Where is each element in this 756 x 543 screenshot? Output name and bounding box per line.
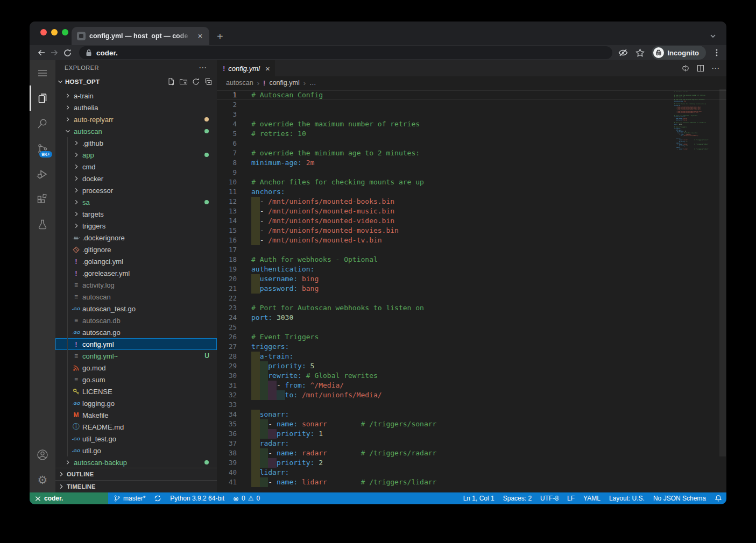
tree-file-go-sum[interactable]: ≡go.sum — [55, 374, 217, 385]
sync-button[interactable] — [150, 492, 166, 504]
minimize-window-button[interactable] — [51, 29, 58, 35]
new-tab-button[interactable]: + — [217, 31, 223, 42]
activity-item-source-control[interactable]: 9K+ — [30, 136, 55, 161]
tree-file--golangci-yml[interactable]: !.golangci.yml — [55, 255, 217, 267]
tree-item-label: config.yml — [82, 340, 114, 348]
tree-file-license[interactable]: LICENSE — [55, 385, 217, 397]
tree-folder-targets[interactable]: targets — [55, 208, 217, 220]
keyboard-layout[interactable]: Layout: U.S. — [605, 492, 649, 504]
remote-indicator[interactable]: coder. — [30, 492, 108, 504]
tree-file-autoscan-go[interactable]: -GOautoscan.go — [55, 326, 217, 338]
activity-item-settings[interactable]: ⚙ — [30, 467, 55, 492]
refresh-icon[interactable] — [192, 77, 200, 86]
scrollbar-slider[interactable] — [719, 89, 726, 456]
tree-folder-processor[interactable]: processor — [55, 184, 217, 196]
tree-file-util-go[interactable]: -GOutil.go — [55, 445, 217, 456]
open-changes-icon[interactable] — [681, 64, 690, 73]
more-actions-icon[interactable]: ⋯ — [711, 63, 720, 73]
tree-file-readme-md[interactable]: ⓘREADME.md — [55, 421, 217, 433]
activity-item-run-debug[interactable] — [30, 161, 55, 187]
tree-file-autoscan-test-go[interactable]: -GOautoscan_test.go — [55, 303, 217, 315]
tree-folder-a-train[interactable]: a-train — [55, 90, 217, 102]
activity-item-explorer[interactable] — [30, 85, 55, 111]
activity-item-extensions[interactable] — [30, 187, 55, 212]
tree-folder-docker[interactable]: docker — [55, 173, 217, 184]
tree-file-autoscan[interactable]: ≡autoscan — [55, 291, 217, 303]
tree-file-logging-go[interactable]: -GOlogging.go — [55, 397, 217, 409]
tree-file-makefile[interactable]: MMakefile — [55, 409, 217, 421]
tree-file-util-test-go[interactable]: -GOutil_test.go — [55, 433, 217, 445]
password-eye-off-icon[interactable] — [618, 47, 628, 58]
tree-folder-autoscan-backup[interactable]: autoscan-backup — [55, 456, 217, 468]
editor-scrollbar[interactable] — [719, 89, 726, 492]
bookmark-star-icon[interactable] — [635, 48, 645, 58]
activity-item-testing[interactable] — [30, 212, 55, 237]
timeline-section[interactable]: TIMELINE — [55, 480, 217, 492]
code-line-39: 39priority: 2 — [217, 458, 726, 468]
tree-folder-triggers[interactable]: triggers — [55, 220, 217, 232]
collapse-all-icon[interactable] — [204, 77, 213, 86]
timeline-label: TIMELINE — [67, 483, 96, 490]
close-tab-icon[interactable]: × — [195, 31, 205, 41]
forward-button[interactable] — [48, 46, 61, 59]
code-editor[interactable]: 1# Autoscan Config234# override the maxi… — [217, 89, 726, 492]
tree-folder-auto-replyarr[interactable]: auto-replyarr — [55, 113, 217, 125]
address-bar[interactable]: coder. — [79, 46, 612, 59]
browser-menu-icon[interactable] — [712, 48, 721, 57]
close-window-button[interactable] — [40, 29, 47, 35]
tree-folder-sa[interactable]: sa — [55, 196, 217, 208]
eol-sequence[interactable]: LF — [563, 492, 579, 504]
incognito-badge[interactable]: Incognito — [652, 46, 706, 60]
outline-section[interactable]: OUTLINE — [55, 468, 217, 480]
code-line-34: 34sonarr: — [217, 410, 726, 419]
line-number: 40 — [217, 468, 237, 477]
tab-list-caret-icon[interactable] — [709, 32, 717, 40]
problems-status[interactable]: ⊗ 0 ⚠ 0 — [229, 492, 264, 504]
tree-folder-autoscan[interactable]: autoscan — [55, 125, 217, 137]
workspace-root-row[interactable]: HOST_OPT — [55, 75, 217, 88]
indent-highlight — [260, 477, 269, 487]
new-file-icon[interactable] — [167, 77, 175, 86]
reload-button[interactable] — [61, 46, 74, 59]
browser-tab[interactable]: config.yml — host_opt — code × — [72, 27, 209, 45]
activity-item-account[interactable] — [30, 442, 55, 467]
line-number: 4 — [217, 119, 237, 129]
activity-item-menu[interactable] — [30, 60, 55, 85]
tree-file-autoscan-db[interactable]: ≡autoscan.db — [55, 315, 217, 326]
indentation[interactable]: Spaces: 2 — [499, 492, 536, 504]
json-schema[interactable]: No JSON Schema — [649, 492, 710, 504]
tree-item-label: processor — [82, 187, 113, 195]
activity-item-search[interactable] — [30, 111, 55, 136]
python-version-status[interactable]: Python 3.9.2 64-bit — [166, 492, 229, 504]
tree-file-config-yml[interactable]: !config.yml — [55, 338, 217, 350]
editor-tab-config-yml[interactable]: ! config.yml × — [217, 60, 275, 76]
encoding[interactable]: UTF-8 — [536, 492, 563, 504]
tree-folder-cmd[interactable]: cmd — [55, 161, 217, 173]
gear-icon: ⚙ — [38, 474, 48, 485]
tree-folder--github[interactable]: .github — [55, 137, 217, 149]
tree-file-config-yml-[interactable]: ≡config.yml~U — [55, 350, 217, 362]
language-mode[interactable]: YAML — [579, 492, 605, 504]
git-branch-status[interactable]: master* — [109, 492, 150, 504]
explorer-more-icon[interactable]: ⋯ — [199, 63, 207, 73]
breadcrumb-symbol[interactable]: … — [309, 79, 316, 87]
tree-folder-app[interactable]: app — [55, 149, 217, 161]
notifications-bell[interactable] — [710, 492, 726, 504]
line-content: - name: radarr # /triggers/radarr — [237, 448, 436, 458]
tree-file--gitignore[interactable]: .gitignore — [55, 244, 217, 255]
breadcrumb-folder[interactable]: autoscan — [226, 79, 253, 87]
remote-icon — [34, 495, 41, 502]
tree-folder-authelia[interactable]: authelia — [55, 102, 217, 113]
tree-file-activity-log[interactable]: ≡activity.log — [55, 279, 217, 291]
close-editor-icon[interactable]: × — [265, 64, 270, 73]
cursor-position[interactable]: Ln 1, Col 1 — [459, 492, 499, 504]
zoom-window-button[interactable] — [62, 29, 68, 35]
back-button[interactable] — [35, 46, 48, 59]
tree-file--goreleaser-yml[interactable]: !.goreleaser.yml — [55, 267, 217, 279]
split-editor-icon[interactable] — [696, 64, 705, 73]
line-number: 37 — [217, 439, 237, 448]
tree-file-go-mod[interactable]: go.mod — [55, 362, 217, 374]
new-folder-icon[interactable] — [179, 77, 188, 86]
breadcrumb-file[interactable]: config.yml — [269, 79, 299, 87]
tree-file--dockerignore[interactable]: .dockerignore — [55, 232, 217, 244]
